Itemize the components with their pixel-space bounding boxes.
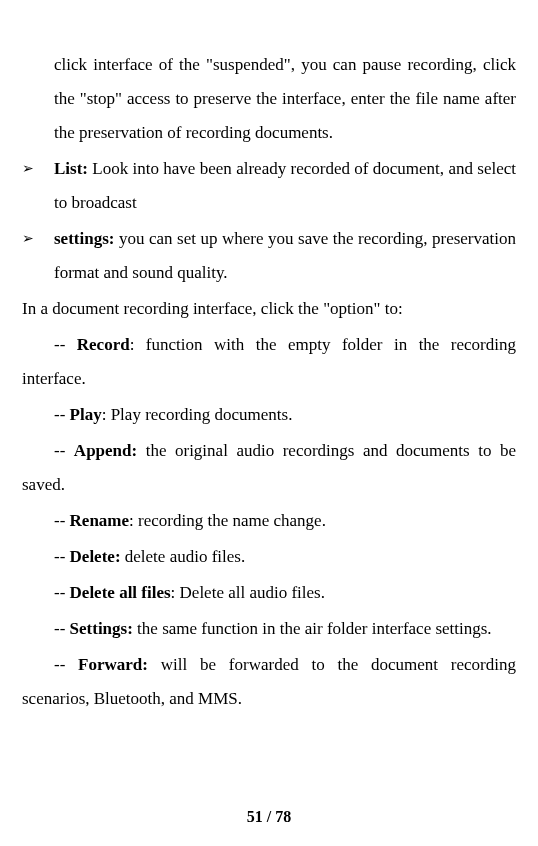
option-item: -- Rename: recording the name change. [22, 504, 516, 538]
bullet-list-item: ➢ List: Look into have been already reco… [22, 152, 516, 220]
option-prefix: -- [54, 405, 70, 424]
option-prefix: -- [54, 441, 74, 460]
page-number: 51 / 78 [0, 808, 538, 826]
option-text: : Play recording documents. [102, 405, 293, 424]
bullet-body: Look into have been already recorded of … [54, 159, 516, 212]
option-text: : recording the name change. [129, 511, 326, 530]
bullet-text: settings: you can set up where you save … [54, 222, 516, 290]
option-item: -- Forward: will be forwarded to the doc… [22, 648, 516, 716]
mid-paragraph: In a document recording interface, click… [22, 292, 516, 326]
option-prefix: -- [54, 619, 70, 638]
option-label: Settings: [70, 619, 133, 638]
option-item: -- Settings: the same function in the ai… [22, 612, 516, 646]
bullet-text: List: Look into have been already record… [54, 152, 516, 220]
option-label: Rename [70, 511, 129, 530]
option-label: Play [70, 405, 102, 424]
option-prefix: -- [54, 655, 78, 674]
option-text: : Delete all audio files. [171, 583, 325, 602]
bullet-body: you can set up where you save the record… [54, 229, 516, 282]
option-label: Forward: [78, 655, 148, 674]
intro-paragraph: click interface of the "suspended", you … [22, 48, 516, 150]
document-content: click interface of the "suspended", you … [22, 48, 516, 716]
option-text: delete audio files. [121, 547, 246, 566]
option-item: -- Record: function with the empty folde… [22, 328, 516, 396]
option-label: Append: [74, 441, 137, 460]
option-text: the same function in the air folder inte… [133, 619, 492, 638]
option-prefix: -- [54, 335, 77, 354]
bullet-marker-icon: ➢ [22, 222, 54, 290]
bullet-list-item: ➢ settings: you can set up where you sav… [22, 222, 516, 290]
bullet-marker-icon: ➢ [22, 152, 54, 220]
bullet-label: List: [54, 159, 88, 178]
option-prefix: -- [54, 583, 70, 602]
option-label: Delete: [70, 547, 121, 566]
option-prefix: -- [54, 511, 70, 530]
option-prefix: -- [54, 547, 70, 566]
option-item: -- Delete: delete audio files. [22, 540, 516, 574]
option-item: -- Play: Play recording documents. [22, 398, 516, 432]
option-label: Record [77, 335, 130, 354]
option-label: Delete all files [70, 583, 171, 602]
bullet-label: settings: [54, 229, 114, 248]
option-item: -- Append: the original audio recordings… [22, 434, 516, 502]
option-item: -- Delete all files: Delete all audio fi… [22, 576, 516, 610]
